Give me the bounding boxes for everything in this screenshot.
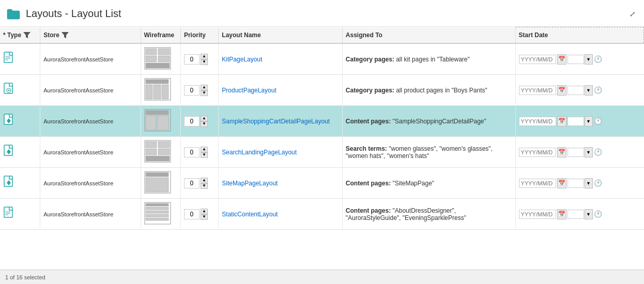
priority-spin: ▲ ▼ — [201, 178, 208, 189]
expand-icon[interactable]: ⤢ — [630, 10, 636, 18]
svg-rect-47 — [146, 214, 168, 217]
table-row[interactable]: AuroraStorefrontAssetStore ▲ ▼ StaticCon… — [0, 199, 644, 230]
filter-icon-type[interactable] — [23, 32, 30, 38]
svg-rect-25 — [157, 116, 168, 130]
svg-rect-11 — [146, 63, 170, 68]
page-header: Layouts - Layout List ⤢ — [0, 0, 644, 27]
date-input[interactable] — [519, 179, 556, 188]
priority-up-btn[interactable]: ▲ — [201, 209, 208, 214]
svg-marker-0 — [23, 32, 30, 38]
date-input[interactable] — [519, 117, 556, 126]
wireframe-thumbnail — [144, 202, 171, 225]
time-dropdown-btn[interactable]: ▼ — [585, 54, 593, 65]
time-dropdown-btn[interactable]: ▼ — [585, 147, 593, 157]
time-input[interactable] — [568, 117, 584, 126]
priority-input[interactable] — [184, 54, 200, 65]
priority-input[interactable] — [184, 85, 200, 96]
calendar-btn[interactable]: 📅 — [557, 209, 566, 219]
clock-btn[interactable]: 🕐 — [594, 147, 602, 157]
layout-name-link[interactable]: KitPageLayout — [222, 56, 262, 63]
cell-priority: ▲ ▼ — [180, 137, 218, 168]
calendar-btn[interactable]: 📅 — [557, 147, 566, 157]
cell-layout-name: ProductPageLayout — [219, 75, 343, 106]
cell-assigned-to: Content pages: "SampleShoppingCartDetail… — [342, 106, 515, 137]
cell-store: AuroraStorefrontAssetStore — [40, 137, 141, 168]
cell-priority: ▲ ▼ — [180, 43, 218, 75]
table-row[interactable]: AuroraStorefrontAssetStore ▲ ▼ SearchLan… — [0, 137, 644, 168]
cell-wireframe — [141, 168, 180, 199]
calendar-btn[interactable]: 📅 — [557, 116, 566, 127]
time-dropdown-btn[interactable]: ▼ — [585, 178, 593, 188]
date-input[interactable] — [519, 86, 556, 95]
priority-up-btn[interactable]: ▲ — [201, 147, 208, 152]
wireframe-thumbnail — [144, 47, 171, 70]
priority-down-btn[interactable]: ▼ — [201, 121, 208, 127]
priority-down-btn[interactable]: ▼ — [201, 183, 208, 189]
layout-name-link[interactable]: StaticContentLayout — [222, 211, 278, 218]
calendar-btn[interactable]: 📅 — [557, 54, 566, 65]
time-dropdown-btn[interactable]: ▼ — [585, 85, 593, 96]
svg-rect-39 — [4, 207, 12, 217]
table-wrapper: * Type Store Wireframe — [0, 27, 644, 270]
cell-start-date: 📅 ▼ 🕐 — [515, 199, 643, 230]
priority-input[interactable] — [184, 116, 200, 127]
cell-store: AuroraStorefrontAssetStore — [40, 43, 141, 75]
clock-btn[interactable]: 🕐 — [594, 209, 602, 219]
layout-name-link[interactable]: SiteMapPageLayout — [222, 180, 278, 187]
assigned-to-text: Category pages: all kit pages in "Tablew… — [346, 56, 470, 63]
priority-down-btn[interactable]: ▼ — [201, 59, 208, 65]
priority-down-btn[interactable]: ▼ — [201, 152, 208, 158]
table-row[interactable]: AuroraStorefrontAssetStore ▲ ▼ ProductPa… — [0, 75, 644, 106]
priority-input[interactable] — [184, 147, 200, 157]
time-dropdown-btn[interactable]: ▼ — [585, 209, 593, 219]
cell-assigned-to: Content pages: "SiteMapPage" — [342, 168, 515, 199]
cell-type — [0, 168, 40, 199]
priority-up-btn[interactable]: ▲ — [201, 54, 208, 59]
priority-up-btn[interactable]: ▲ — [201, 116, 208, 121]
priority-up-btn[interactable]: ▲ — [201, 85, 208, 90]
table-row[interactable]: AuroraStorefrontAssetStore ▲ ▼ SiteMapPa… — [0, 168, 644, 199]
cell-type — [0, 137, 40, 168]
assigned-to-text: Content pages: "AboutDressDesigner", "Au… — [346, 207, 466, 222]
svg-rect-32 — [158, 149, 170, 155]
svg-rect-38 — [146, 178, 168, 192]
date-input[interactable] — [519, 148, 556, 157]
date-input[interactable] — [519, 210, 556, 219]
priority-input[interactable] — [184, 178, 200, 188]
table-row[interactable]: AuroraStorefrontAssetStore ▲ ▼ SampleSho… — [0, 106, 644, 137]
date-input[interactable] — [519, 55, 556, 64]
cell-wireframe — [141, 137, 180, 168]
layout-name-link[interactable]: SearchLandingPageLayout — [222, 149, 297, 156]
folder-icon — [6, 8, 21, 20]
time-input[interactable] — [568, 55, 584, 64]
cell-type — [0, 106, 40, 137]
priority-down-btn[interactable]: ▼ — [201, 214, 208, 220]
clock-btn[interactable]: 🕐 — [594, 85, 602, 96]
time-dropdown-btn[interactable]: ▼ — [585, 116, 593, 127]
cell-start-date: 📅 ▼ 🕐 — [515, 43, 643, 75]
svg-rect-29 — [146, 141, 157, 148]
layout-name-link[interactable]: ProductPageLayout — [222, 87, 276, 94]
clock-btn[interactable]: 🕐 — [594, 54, 602, 65]
time-select-wrap: ▼ — [568, 85, 593, 96]
cell-assigned-to: Content pages: "AboutDressDesigner", "Au… — [342, 199, 515, 230]
layout-name-link[interactable]: SampleShoppingCartDetailPageLayout — [222, 118, 330, 125]
table-header-row: * Type Store Wireframe — [0, 27, 644, 44]
cell-wireframe — [141, 106, 180, 137]
clock-btn[interactable]: 🕐 — [594, 178, 602, 188]
time-input[interactable] — [568, 179, 584, 188]
time-input[interactable] — [568, 86, 584, 95]
calendar-btn[interactable]: 📅 — [557, 85, 566, 96]
priority-input[interactable] — [184, 209, 200, 219]
cell-layout-name: SearchLandingPageLayout — [219, 137, 343, 168]
table-row[interactable]: AuroraStorefrontAssetStore ▲ ▼ KitPageLa… — [0, 43, 644, 75]
time-input[interactable] — [568, 210, 584, 219]
calendar-btn[interactable]: 📅 — [557, 178, 566, 188]
priority-up-btn[interactable]: ▲ — [201, 178, 208, 183]
clock-btn[interactable]: 🕐 — [594, 116, 602, 127]
svg-rect-44 — [146, 203, 168, 206]
filter-icon-store[interactable] — [62, 32, 69, 38]
priority-down-btn[interactable]: ▼ — [201, 90, 208, 96]
time-input[interactable] — [568, 148, 584, 157]
cell-store: AuroraStorefrontAssetStore — [40, 199, 141, 230]
